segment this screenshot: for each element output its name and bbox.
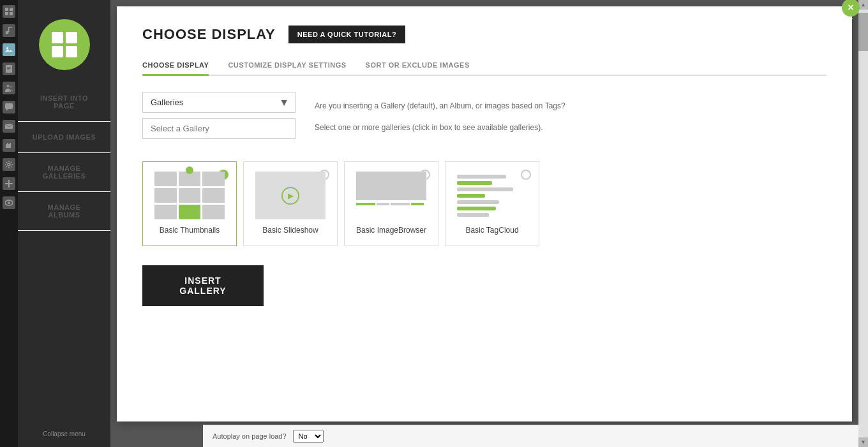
card-label-thumbnails: Basic Thumbnails <box>160 226 220 236</box>
settings-icon[interactable] <box>3 158 15 171</box>
svg-rect-6 <box>8 27 12 28</box>
app-logo <box>39 19 90 70</box>
collapse-menu[interactable]: Collapse menu <box>18 421 110 447</box>
svg-rect-10 <box>7 67 11 68</box>
svg-rect-19 <box>10 143 11 145</box>
chat-icon[interactable] <box>3 101 15 114</box>
modal-header: CHOOSE DISPLAY NEED A QUICK TUTORIAL? <box>142 26 827 43</box>
svg-point-8 <box>6 47 8 49</box>
svg-point-13 <box>7 85 10 87</box>
dropdown-help-texts: Are you inserting a Gallery (default), a… <box>315 92 565 139</box>
tab-choose-display[interactable]: CHOOSE DISPLAY <box>142 56 209 76</box>
app-wrapper: INSERT INTO PAGE UPLOAD IMAGES MANAGE GA… <box>0 0 868 447</box>
gallery-type-select[interactable]: GalleriesAlbumsTags <box>142 92 296 113</box>
svg-rect-18 <box>7 143 8 145</box>
bottom-bar-label: Autoplay on page load? <box>213 432 287 440</box>
people-icon[interactable] <box>3 82 15 94</box>
card-basic-tagcloud[interactable]: Basic TagCloud <box>445 161 539 246</box>
icon-bar <box>0 0 18 447</box>
modal-close-button[interactable]: × <box>842 0 860 17</box>
svg-rect-16 <box>5 124 13 129</box>
tab-sort-exclude[interactable]: SORT OR EXCLUDE IMAGES <box>366 56 470 76</box>
slideshow-preview: ▶ <box>255 172 326 219</box>
thumbnails-preview <box>154 172 225 219</box>
svg-rect-7 <box>5 46 13 54</box>
scroll-up-btn[interactable]: ▲ <box>858 0 868 10</box>
tab-customize-settings[interactable]: CUSTOMIZE DISPLAY SETTINGS <box>228 56 346 76</box>
svg-rect-1 <box>10 8 13 11</box>
gallery-type-wrapper: GalleriesAlbumsTags ▼ <box>142 92 296 113</box>
svg-point-4 <box>6 31 9 34</box>
content-area: ⋮ ▲ ▼ × CHOOSE DISPLAY NEED A QUICK TUTO… <box>110 0 868 447</box>
card-basic-thumbnails[interactable]: Basic Thumbnails <box>142 161 237 246</box>
eye-icon[interactable] <box>3 196 15 209</box>
scroll-thumb[interactable] <box>858 13 868 51</box>
select-gallery-input[interactable] <box>142 118 296 139</box>
scroll-down-btn[interactable]: ▼ <box>858 437 868 447</box>
svg-rect-12 <box>7 70 10 70</box>
gallery-type-help: Are you inserting a Gallery (default), a… <box>315 98 565 112</box>
sidebar-item-manage-galleries[interactable]: MANAGE GALLERIES <box>18 153 110 192</box>
mail-icon[interactable] <box>3 120 15 133</box>
gallery-cards-container: Basic Thumbnails ▶ Basic Slideshow <box>142 161 827 246</box>
bottom-bar: Autoplay on page load? No Yes <box>203 425 858 447</box>
modal-content: CHOOSE DISPLAY NEED A QUICK TUTORIAL? CH… <box>117 6 852 325</box>
sidebar-nav-list: INSERT INTO PAGE UPLOAD IMAGES MANAGE GA… <box>18 83 110 231</box>
dropdowns-section: GalleriesAlbumsTags ▼ Are you inserting … <box>142 92 827 139</box>
svg-rect-15 <box>5 103 13 109</box>
page-icon[interactable] <box>3 62 15 75</box>
card-basic-slideshow[interactable]: ▶ Basic Slideshow <box>243 161 338 246</box>
imagebrowser-preview <box>356 172 426 219</box>
card-label-imagebrowser: Basic ImageBrowser <box>356 226 426 236</box>
svg-point-20 <box>8 163 10 166</box>
autoplay-select[interactable]: No Yes <box>293 430 324 443</box>
svg-rect-11 <box>7 68 11 69</box>
scrollbar[interactable]: ▲ ▼ <box>858 0 868 447</box>
card-label-tagcloud: Basic TagCloud <box>465 226 518 236</box>
insert-gallery-button[interactable]: INSERT GALLERY <box>142 265 264 306</box>
modal-main-panel: CHOOSE DISPLAY NEED A QUICK TUTORIAL? CH… <box>117 6 852 325</box>
sidebar-nav: INSERT INTO PAGE UPLOAD IMAGES MANAGE GA… <box>18 0 110 447</box>
svg-rect-2 <box>5 12 8 15</box>
svg-point-14 <box>10 86 12 88</box>
sidebar-item-upload[interactable]: UPLOAD IMAGES <box>18 122 110 153</box>
dropdown-controls: GalleriesAlbumsTags ▼ <box>142 92 296 139</box>
svg-rect-0 <box>5 8 8 11</box>
grid-icon[interactable] <box>3 5 15 18</box>
sidebar-item-manage-albums[interactable]: MANAGE ALBUMS <box>18 192 110 231</box>
select-gallery-help: Select one or more galleries (click in b… <box>315 119 565 133</box>
tabs-bar: CHOOSE DISPLAY CUSTOMIZE DISPLAY SETTING… <box>142 56 827 76</box>
modal-title: CHOOSE DISPLAY <box>142 26 276 43</box>
card-basic-imagebrowser[interactable]: Basic ImageBrowser <box>344 161 438 246</box>
svg-rect-3 <box>10 12 13 15</box>
plugin-icon[interactable] <box>3 139 15 152</box>
image-icon[interactable] <box>3 43 15 56</box>
svg-point-24 <box>8 202 10 204</box>
plus-icon[interactable] <box>3 177 15 190</box>
card-label-slideshow: Basic Slideshow <box>262 226 318 236</box>
modal: × CHOOSE DISPLAY NEED A QUICK TUTORIAL? … <box>117 6 852 421</box>
sidebar-item-insert[interactable]: INSERT INTO PAGE <box>18 83 110 122</box>
selected-indicator <box>186 166 193 174</box>
svg-rect-22 <box>5 183 13 184</box>
tagcloud-preview <box>457 172 527 219</box>
play-icon: ▶ <box>281 187 299 205</box>
tutorial-button[interactable]: NEED A QUICK TUTORIAL? <box>288 26 405 43</box>
music-icon[interactable] <box>3 24 15 37</box>
